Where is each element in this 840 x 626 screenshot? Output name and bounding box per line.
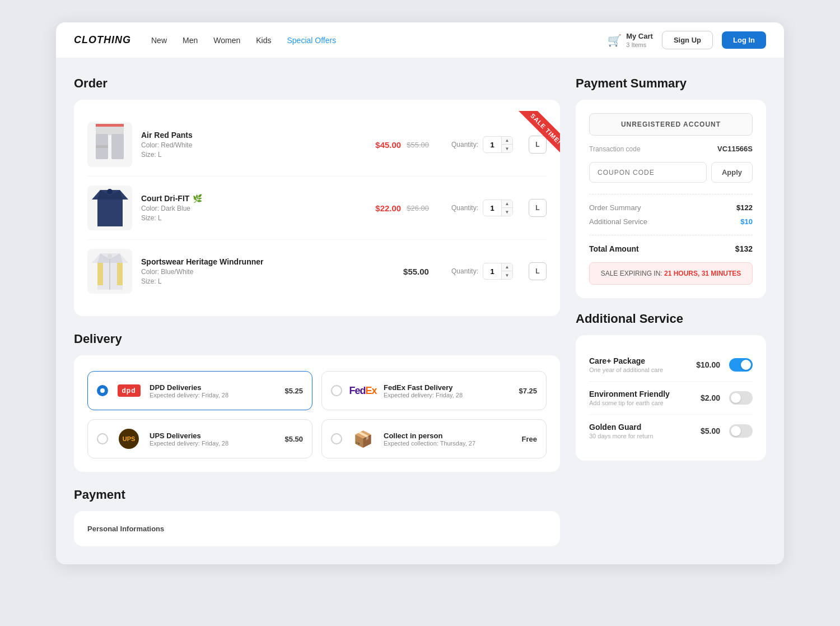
additional-service-value: $10 xyxy=(740,217,753,226)
price-original: $55.00 xyxy=(407,141,429,149)
list-item: Golden Guard 30 days more for return $5.… xyxy=(589,415,753,447)
nav-item-kids[interactable]: Kids xyxy=(256,35,271,45)
quantity-up[interactable]: ▲ xyxy=(501,200,512,208)
divider-2 xyxy=(589,235,753,235)
additional-service-label: Additional Service xyxy=(589,217,647,226)
service-name: Golden Guard xyxy=(589,423,692,432)
quantity-down[interactable]: ▼ xyxy=(501,208,512,216)
order-title: Order xyxy=(74,76,560,91)
order-summary-value: $122 xyxy=(736,203,753,212)
svg-rect-3 xyxy=(96,124,124,127)
apply-button[interactable]: Apply xyxy=(711,162,753,183)
svg-rect-4 xyxy=(96,145,108,148)
delivery-option-dpd[interactable]: dpd DPD Deliveries Expected delivery: Fr… xyxy=(87,371,312,410)
service-toggle-guard[interactable] xyxy=(729,424,753,438)
total-label: Total Amount xyxy=(589,244,639,253)
nav-item-new[interactable]: New xyxy=(151,35,167,45)
quantity-up[interactable]: ▲ xyxy=(501,263,512,271)
list-item: Environment Friendly Add some tip for ea… xyxy=(589,382,753,415)
cart-icon: 🛒 xyxy=(608,34,622,47)
price-original: $26.00 xyxy=(407,204,429,212)
eco-icon: 🌿 xyxy=(193,194,202,203)
delivery-price-ups: $5.50 xyxy=(284,435,303,443)
quantity-input[interactable] xyxy=(483,202,501,215)
item-color: Color: Blue/White xyxy=(141,268,394,276)
service-desc: 30 days more for return xyxy=(589,433,692,439)
delivery-option-ups[interactable]: UPS UPS Deliveries Expected delivery: Fr… xyxy=(87,419,312,458)
shirt-svg xyxy=(92,187,128,229)
payment-card: Personal Informations xyxy=(74,511,560,546)
sale-expiry-banner: SALE EXPIRING IN: 21 HOURS, 31 MINUTES xyxy=(589,262,753,285)
delivery-radio-dpd[interactable] xyxy=(97,385,108,396)
size-badge: L xyxy=(529,262,547,280)
table-row: Air Red Pants Color: Red/White Size: L $… xyxy=(87,113,547,177)
additional-service-row: Additional Service $10 xyxy=(589,217,753,226)
item-quantity-jacket: Quantity: ▲ ▼ xyxy=(451,263,513,280)
price-regular: $55.00 xyxy=(403,267,429,276)
service-info-eco: Environment Friendly Add some tip for ea… xyxy=(589,389,692,406)
service-price: $2.00 xyxy=(701,393,720,402)
item-info-jacket: Sportswear Heritage Windrunner Color: Bl… xyxy=(141,257,394,285)
quantity-up[interactable]: ▲ xyxy=(501,137,512,145)
cart-info[interactable]: 🛒 My Cart 3 Items xyxy=(608,32,653,49)
delivery-option-collect[interactable]: 📦 Collect in person Expected collection:… xyxy=(321,419,547,458)
price-sale: $22.00 xyxy=(375,203,401,213)
list-item: Care+ Package One year of additional car… xyxy=(589,349,753,382)
delivery-card: dpd DPD Deliveries Expected delivery: Fr… xyxy=(74,355,560,472)
nav-item-women[interactable]: Women xyxy=(213,35,240,45)
nav-item-men[interactable]: Men xyxy=(183,35,198,45)
item-info-shirt: Court Dri-FIT 🌿 Color: Dark Blue Size: L xyxy=(141,194,366,222)
delivery-title: Delivery xyxy=(74,332,560,346)
order-card: SALE TIME! xyxy=(74,100,560,316)
item-name: Air Red Pants xyxy=(141,131,366,140)
signup-button[interactable]: Sign Up xyxy=(662,31,713,49)
delivery-info-collect: Collect in person Expected collection: T… xyxy=(384,432,515,447)
quantity-stepper[interactable]: ▲ ▼ xyxy=(483,136,513,153)
quantity-down[interactable]: ▼ xyxy=(501,145,512,152)
payment-summary-card: UNREGISTERED ACCOUNT Transaction code VC… xyxy=(576,100,766,298)
box-icon: 📦 xyxy=(353,430,373,448)
order-summary-row: Order Summary $122 xyxy=(589,203,753,212)
delivery-option-fedex[interactable]: FedEx FedEx Fast Delivery Expected deliv… xyxy=(321,371,547,410)
item-quantity-shirt: Quantity: ▲ ▼ xyxy=(451,200,513,216)
service-toggle-care[interactable] xyxy=(729,358,753,372)
quantity-input[interactable] xyxy=(483,138,501,151)
right-panel: Payment Summary UNREGISTERED ACCOUNT Tra… xyxy=(576,76,766,546)
ups-logo: UPS xyxy=(119,429,139,449)
cart-label: My Cart xyxy=(626,32,653,40)
size-badge: L xyxy=(529,199,547,217)
service-price: $10.00 xyxy=(696,360,720,369)
payment-summary-title: Payment Summary xyxy=(576,76,766,91)
delivery-radio-fedex[interactable] xyxy=(331,385,342,396)
personal-info-label: Personal Informations xyxy=(87,525,547,533)
payment-title: Payment xyxy=(74,488,560,502)
quantity-stepper[interactable]: ▲ ▼ xyxy=(483,200,513,216)
fedex-logo: FedEx xyxy=(349,385,376,397)
coupon-row: Apply xyxy=(589,162,753,183)
item-size: Size: L xyxy=(141,151,366,159)
quantity-input[interactable] xyxy=(483,265,501,278)
delivery-radio-ups[interactable] xyxy=(97,433,108,444)
service-desc: One year of additional care xyxy=(589,367,687,373)
service-toggle-eco[interactable] xyxy=(729,391,753,405)
item-prices-jacket: $55.00 xyxy=(403,267,429,276)
login-button[interactable]: Log In xyxy=(722,31,766,49)
collect-logo-wrap: 📦 xyxy=(349,429,377,449)
nav-item-special[interactable]: Special Offers xyxy=(287,35,336,45)
quantity-down[interactable]: ▼ xyxy=(501,271,512,279)
price-sale: $45.00 xyxy=(375,140,401,150)
transaction-row: Transaction code VC11566S xyxy=(589,145,753,153)
product-image-pants xyxy=(87,122,132,167)
delivery-radio-collect[interactable] xyxy=(331,433,342,444)
additional-service-title: Additional Service xyxy=(576,312,766,326)
svg-point-13 xyxy=(108,254,112,258)
quantity-stepper[interactable]: ▲ ▼ xyxy=(483,263,513,280)
coupon-input[interactable] xyxy=(589,162,707,183)
svg-rect-12 xyxy=(117,263,123,285)
item-prices-shirt: $22.00 $26.00 xyxy=(375,203,429,213)
unregistered-account-button[interactable]: UNREGISTERED ACCOUNT xyxy=(589,113,753,136)
toggle-knob xyxy=(731,426,741,436)
delivery-price-collect: Free xyxy=(522,435,537,443)
product-image-jacket xyxy=(87,249,132,294)
navbar: CLOTHING New Men Women Kids Special Offe… xyxy=(56,22,784,58)
